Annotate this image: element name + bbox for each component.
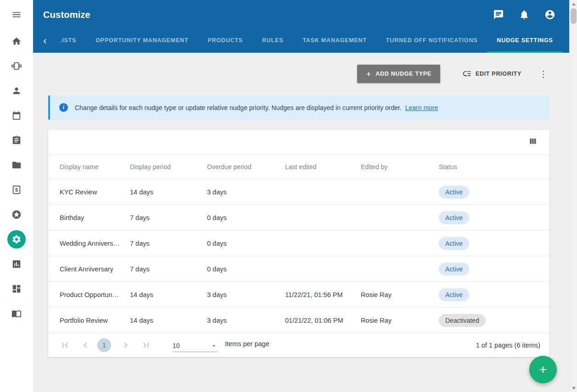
items-per-page-label: Items per page [225, 340, 269, 348]
tab-products[interactable]: PRODUCTS [198, 29, 252, 53]
items-per-page-value: 10 [173, 342, 180, 349]
sidebar-item-tasks[interactable] [7, 135, 26, 146]
home-icon [11, 36, 22, 46]
folder-icon [11, 160, 22, 170]
previous-page-button[interactable] [80, 340, 91, 351]
cell-display-period: 7 days [130, 265, 207, 273]
column-header-status: Status [439, 163, 540, 171]
table-header-row: Display name Display period Overdue peri… [48, 155, 549, 179]
scroll-down-button[interactable] [570, 384, 577, 392]
table-row[interactable]: Portfolio Review 14 days 3 days 01/21/22… [48, 307, 549, 333]
column-header-display-period: Display period [130, 163, 207, 171]
first-page-icon [60, 340, 70, 350]
vertical-scrollbar[interactable] [569, 0, 577, 392]
cell-overdue-period: 3 days [207, 291, 285, 298]
sidebar-item-analytics[interactable] [7, 259, 26, 270]
more-options-button[interactable]: ⋮ [538, 69, 549, 79]
info-banner: i Change details for each nudge type or … [48, 95, 549, 120]
chevron-left-icon [40, 37, 50, 46]
cell-display-name: Portfolio Review [60, 317, 130, 324]
next-page-button[interactable] [120, 340, 131, 351]
actions-row: + ADD NUDGE TYPE EDIT PRIORITY ⋮ [33, 53, 569, 83]
page-number-button[interactable]: 1 [97, 338, 111, 352]
tab-nudge-settings[interactable]: NUDGE SETTINGS [487, 29, 562, 53]
sidebar-item-library[interactable] [7, 308, 26, 319]
cell-overdue-period: 0 days [207, 214, 285, 221]
grid-toolbar [48, 130, 549, 155]
arrow-down-icon [572, 387, 576, 390]
table-row[interactable]: Wedding Annivers… 7 days 0 days Active [48, 230, 549, 256]
scrollbar-thumb[interactable] [571, 8, 577, 24]
edit-priority-icon [462, 69, 471, 78]
columns-icon [528, 137, 538, 146]
tab-task-management[interactable]: TASK MANAGEMENT [293, 29, 376, 53]
tab-rules[interactable]: RULES [252, 29, 293, 53]
status-badge: Active [439, 186, 469, 199]
status-badge: Active [439, 237, 469, 250]
sidebar-item-billing[interactable]: $ [7, 184, 26, 195]
last-page-button[interactable] [140, 340, 151, 351]
edit-priority-button[interactable]: EDIT PRIORITY [459, 65, 525, 83]
left-sidebar: $ [0, 0, 33, 392]
cell-last-edited: 01/21/22, 01:06 PM [285, 317, 361, 324]
status-badge: Active [439, 288, 469, 301]
pagination-bar: 1 10 Items per page 1 of 1 pages (6 item… [48, 333, 549, 357]
cell-display-period: 7 days [130, 214, 207, 221]
column-chooser-button[interactable] [528, 137, 539, 148]
add-fab-button[interactable]: + [529, 356, 557, 383]
sidebar-item-calendar[interactable] [7, 110, 26, 121]
arrow-up-icon [572, 3, 576, 6]
cell-display-period: 14 days [130, 317, 207, 324]
table-row[interactable]: Product Opportun… 14 days 3 days 11/22/2… [48, 282, 549, 307]
add-nudge-type-button[interactable]: + ADD NUDGE TYPE [357, 65, 440, 83]
assignment-icon [11, 135, 22, 145]
status-badge: Active [439, 263, 469, 276]
notifications-button[interactable] [519, 9, 530, 20]
cell-display-period: 14 days [130, 291, 207, 298]
tab-opportunity-management[interactable]: OPPORTUNITY MANAGEMENT [86, 29, 198, 53]
cell-display-period: 7 days [130, 240, 207, 247]
status-badge: Deactivated [439, 314, 486, 327]
menu-button[interactable] [7, 9, 26, 20]
column-header-last-edited: Last edited [285, 163, 361, 171]
sidebar-item-engagement[interactable] [7, 61, 26, 72]
sidebar-item-dashboard[interactable] [7, 283, 26, 294]
svg-text:$: $ [15, 187, 18, 193]
table-row[interactable]: KYC Review 14 days 3 days Active [48, 179, 549, 204]
table-row[interactable]: Birthday 7 days 0 days Active [48, 204, 549, 230]
plus-icon: + [539, 362, 547, 377]
main-area: Customize .ISTS OPPORTUNITY MANAGEMENT P… [33, 0, 569, 392]
first-page-button[interactable] [60, 340, 71, 351]
cell-display-name: KYC Review [60, 188, 130, 196]
sidebar-item-documents[interactable] [7, 160, 26, 171]
table-row[interactable]: Client Anniversary 7 days 0 days Active [48, 256, 549, 282]
app-window: $ Customize [0, 0, 577, 392]
cell-display-name: Birthday [60, 214, 130, 221]
tab-lists[interactable]: .ISTS [50, 29, 86, 53]
page-range-summary: 1 of 1 pages (6 items) [476, 342, 540, 349]
info-icon: i [59, 103, 68, 112]
cell-overdue-period: 0 days [207, 240, 285, 247]
analytics-icon [11, 259, 22, 269]
cell-overdue-period: 3 days [207, 188, 285, 196]
tab-turned-off-notifications[interactable]: TURNED OFF NOTIFICATIONS [376, 29, 487, 53]
billing-icon: $ [11, 185, 22, 195]
sidebar-item-home[interactable] [7, 36, 26, 47]
chevron-right-icon [121, 340, 131, 350]
chevron-left-icon [80, 340, 90, 350]
settings-active-indicator [7, 230, 26, 248]
items-per-page-select[interactable]: 10 [173, 338, 218, 352]
learn-more-link[interactable]: Learn more [405, 104, 438, 111]
person-icon [11, 86, 22, 96]
stars-icon [11, 210, 22, 220]
cell-edited-by: Rosie Ray [361, 291, 439, 298]
sidebar-item-contacts[interactable] [7, 85, 26, 96]
account-button[interactable] [544, 9, 555, 20]
chat-button[interactable] [493, 9, 504, 20]
tabs-back-button[interactable] [40, 29, 50, 53]
sidebar-item-stars[interactable] [7, 209, 26, 220]
cell-last-edited: 11/22/21, 01:56 PM [285, 291, 361, 298]
scroll-up-button[interactable] [570, 0, 577, 8]
sidebar-item-settings[interactable] [7, 230, 26, 248]
nudge-grid-card: Display name Display period Overdue peri… [48, 130, 549, 357]
